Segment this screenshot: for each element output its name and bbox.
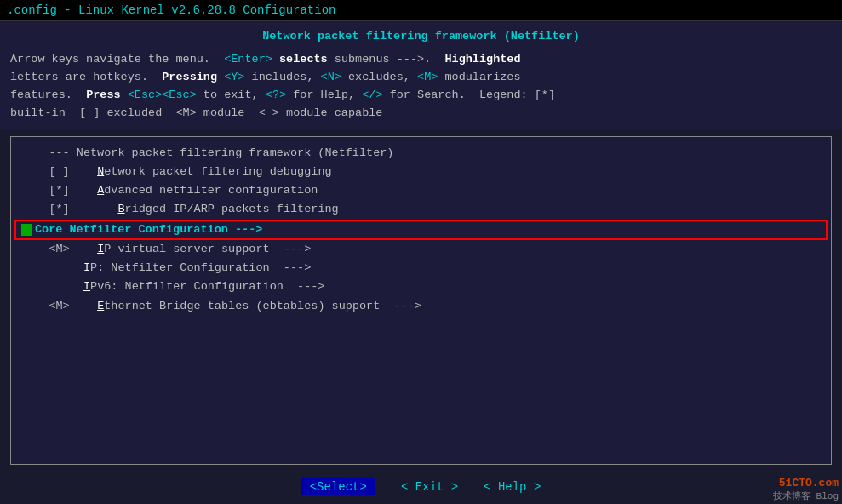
list-item[interactable]: IPv6: Netfilter Configuration ---> [14,278,828,296]
info-line-4: built-in [ ] excluded <M> module < > mod… [10,105,832,123]
info-title: Network packet filtering framework (Netf… [10,28,832,46]
selected-menu-item[interactable]: Core Netfilter Configuration ---> [14,220,828,240]
exit-button[interactable]: < Exit > [401,480,458,494]
list-item[interactable]: [*] Advanced netfilter configuration [14,181,828,200]
select-button[interactable]: <Select> [301,478,375,495]
title-bar: .config - Linux Kernel v2.6.28.8 Configu… [0,0,842,21]
list-item[interactable]: <M> Ethernet Bridge tables (ebtables) su… [14,297,828,316]
list-item[interactable]: [ ] Network packet filtering debugging [14,163,828,181]
terminal: .config - Linux Kernel v2.6.28.8 Configu… [0,0,842,504]
bottom-bar: <Select> < Exit > < Help > [0,472,842,504]
list-item[interactable]: IP: Netfilter Configuration ---> [14,259,828,278]
watermark-line2: 技术博客 Blog [773,490,839,502]
list-item[interactable]: [*] Bridged IP/ARP packets filtering [14,200,828,219]
menu-box: --- Network packet filtering framework (… [10,136,832,465]
watermark: 51CTO.com 技术博客 Blog [773,477,839,502]
list-item[interactable]: <M> IP virtual server support ---> [14,240,828,259]
selected-item-text: Core Netfilter Configuration ---> [35,221,262,238]
menu-header: --- Network packet filtering framework (… [14,144,828,163]
info-line-1: Arrow keys navigate the menu. <Enter> se… [10,51,832,69]
info-line-3: features. Press <Esc><Esc> to exit, <?> … [10,87,832,105]
watermark-line1: 51CTO.com [779,477,839,490]
main-area: Network packet filtering framework (Netf… [0,21,842,504]
info-line-2: letters are hotkeys. Pressing <Y> includ… [10,69,832,87]
help-button[interactable]: < Help > [484,480,541,494]
menu-header-text: Network packet filtering framework (Netf… [77,146,394,159]
selected-indicator [21,224,32,236]
info-section: Network packet filtering framework (Netf… [0,21,842,129]
title-text: .config - Linux Kernel v2.6.28.8 Configu… [7,3,335,17]
